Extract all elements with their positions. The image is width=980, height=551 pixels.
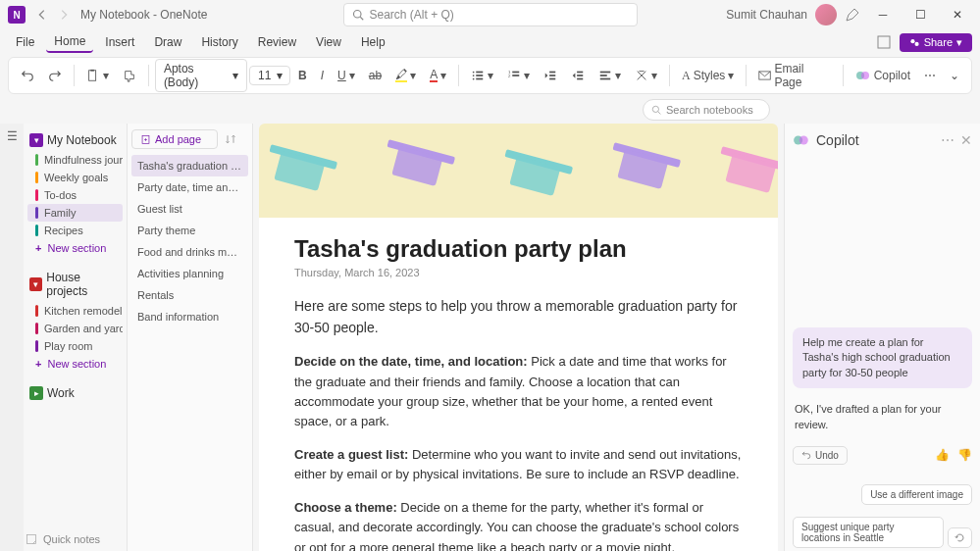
add-page-button[interactable]: Add page: [131, 129, 218, 149]
copilot-suggestion[interactable]: Use a different image: [861, 484, 972, 505]
menubar: File Home Insert Draw History Review Vie…: [0, 29, 980, 55]
svg-point-0: [353, 11, 361, 19]
page-item[interactable]: Rentals: [131, 284, 248, 306]
minimize-button[interactable]: ─: [868, 3, 898, 26]
maximize-button[interactable]: ☐: [905, 3, 935, 26]
menu-file[interactable]: File: [8, 32, 42, 52]
quick-notes-button[interactable]: Quick notes: [26, 533, 100, 545]
menu-review[interactable]: Review: [250, 32, 304, 52]
notebook-header-work[interactable]: ▸ Work: [27, 382, 123, 404]
ribbon-chevron[interactable]: ⌄: [944, 65, 965, 86]
section-item[interactable]: Play room: [27, 337, 123, 355]
section-item[interactable]: To-dos: [27, 186, 123, 204]
paste-button[interactable]: ▾: [80, 65, 115, 86]
thumbs-up-icon[interactable]: 👍: [935, 448, 950, 462]
redo-button[interactable]: [42, 65, 68, 86]
page-item[interactable]: Food and drinks menu: [131, 241, 248, 263]
strikethrough-button[interactable]: ab: [363, 65, 387, 86]
page-text[interactable]: Here are some steps to help you throw a …: [294, 296, 743, 551]
page-intro: Here are some steps to help you throw a …: [294, 296, 743, 338]
menu-history[interactable]: History: [193, 32, 245, 52]
copilot-toolbar-button[interactable]: Copilot: [850, 64, 916, 87]
menu-draw[interactable]: Draw: [146, 32, 189, 52]
new-section-button[interactable]: +New section: [27, 239, 123, 257]
section-item[interactable]: Family: [27, 204, 123, 222]
undo-button[interactable]: [15, 65, 40, 86]
svg-rect-7: [476, 72, 483, 74]
underline-button[interactable]: U ▾: [332, 65, 361, 86]
menu-view[interactable]: View: [308, 32, 349, 52]
search-notebooks-input[interactable]: Search notebooks: [643, 99, 770, 121]
search-input[interactable]: Search (Alt + Q): [343, 3, 638, 26]
more-button[interactable]: ⋯: [918, 65, 942, 86]
section-item[interactable]: Recipes: [27, 222, 123, 239]
notebook-nav-panel: ▾ My Notebook Mindfulness journal Weekly…: [24, 124, 128, 551]
svg-point-27: [861, 72, 869, 79]
copilot-suggestion[interactable]: Suggest unique party locations in Seattl…: [793, 517, 944, 548]
font-size-select[interactable]: 11 ▾: [249, 66, 290, 85]
bullet-list-button[interactable]: ▾: [465, 65, 499, 86]
copilot-undo-button[interactable]: Undo: [793, 446, 848, 465]
copilot-icon: [793, 131, 810, 149]
pen-icon[interactable]: [845, 7, 860, 23]
section-item[interactable]: Mindfulness journal: [27, 151, 123, 169]
svg-point-6: [473, 72, 475, 74]
page-title[interactable]: Tasha's graduation party plan: [294, 235, 743, 263]
italic-button[interactable]: I: [315, 65, 330, 86]
back-button[interactable]: [31, 4, 53, 25]
search-icon: [651, 105, 661, 115]
email-page-button[interactable]: Email Page: [752, 58, 836, 93]
svg-point-10: [473, 78, 475, 80]
page-header-image: [259, 124, 778, 218]
new-section-button[interactable]: +New section: [27, 355, 123, 373]
menu-home[interactable]: Home: [46, 31, 93, 53]
page-item[interactable]: Tasha's graduation par...: [131, 155, 248, 176]
page-content[interactable]: Tasha's graduation party plan Thursday, …: [259, 124, 778, 551]
svg-point-28: [652, 106, 658, 112]
window-title: My Notebook - OneNote: [80, 8, 207, 22]
chevron-down-icon: ▾: [29, 133, 43, 147]
thumbs-down-icon[interactable]: 👎: [957, 448, 972, 462]
forward-button[interactable]: [53, 4, 75, 25]
menu-insert[interactable]: Insert: [97, 32, 142, 52]
page-paragraph: Decide on the date, time, and location: …: [294, 352, 743, 431]
refresh-suggestions-button[interactable]: [948, 527, 972, 548]
section-item[interactable]: Kitchen remodel: [27, 302, 123, 320]
menu-help[interactable]: Help: [353, 32, 393, 52]
align-button[interactable]: ▾: [593, 65, 627, 86]
numbered-list-button[interactable]: 12 ▾: [501, 65, 536, 86]
avatar[interactable]: [815, 4, 837, 25]
clear-format-button[interactable]: ▾: [629, 65, 663, 86]
section-item[interactable]: Weekly goals: [27, 169, 123, 186]
app-mode-icon[interactable]: [876, 34, 892, 50]
format-painter-button[interactable]: [117, 65, 142, 86]
notebook-header-house[interactable]: ▾ House projects: [27, 267, 123, 302]
copilot-panel: Copilot ⋯ ✕ Help me create a plan for Ta…: [784, 124, 980, 551]
notebook-header-mynotebook[interactable]: ▾ My Notebook: [27, 129, 123, 151]
svg-rect-4: [89, 71, 96, 81]
font-color-button[interactable]: A ▾: [424, 65, 452, 86]
svg-rect-16: [549, 72, 555, 74]
svg-rect-21: [577, 78, 583, 80]
page-item[interactable]: Party date, time and locat...: [131, 176, 248, 198]
outdent-button[interactable]: [538, 65, 563, 86]
copilot-header: Copilot ⋯ ✕: [793, 129, 972, 151]
add-page-icon: [140, 134, 151, 145]
section-item[interactable]: Garden and yard: [27, 320, 123, 337]
highlight-button[interactable]: 🖍 ▾: [389, 65, 422, 86]
styles-button[interactable]: A Styles ▾: [676, 65, 740, 87]
page-item[interactable]: Guest list: [131, 198, 248, 220]
hamburger-icon[interactable]: ☰: [0, 129, 24, 143]
indent-button[interactable]: [565, 65, 591, 86]
page-item[interactable]: Activities planning: [131, 263, 248, 284]
share-button[interactable]: Share ▾: [900, 33, 972, 52]
font-name-select[interactable]: Aptos (Body) ▾: [155, 59, 247, 92]
copilot-more-icon[interactable]: ⋯: [941, 132, 954, 148]
bold-button[interactable]: B: [292, 65, 313, 86]
page-item[interactable]: Party theme: [131, 220, 248, 241]
sort-pages-button[interactable]: [222, 130, 239, 148]
close-button[interactable]: ✕: [943, 3, 972, 26]
copilot-close-icon[interactable]: ✕: [960, 132, 972, 148]
page-paragraph: Create a guest list: Determine who you w…: [294, 445, 743, 484]
page-item[interactable]: Band information: [131, 306, 248, 327]
